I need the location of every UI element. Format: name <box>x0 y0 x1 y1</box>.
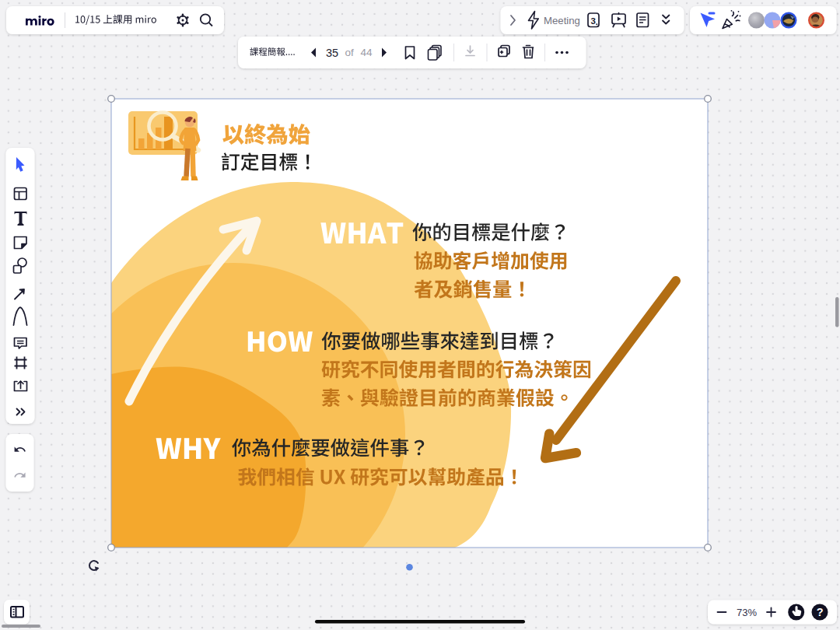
svg-text:Meeting: Meeting <box>544 15 580 26</box>
svg-text:44: 44 <box>361 47 373 58</box>
svg-text:of: of <box>345 47 355 58</box>
svg-text:35: 35 <box>326 47 338 59</box>
svg-text:?: ? <box>817 606 824 618</box>
svg-text:3: 3 <box>591 16 596 26</box>
svg-text:73%: 73% <box>737 607 757 618</box>
